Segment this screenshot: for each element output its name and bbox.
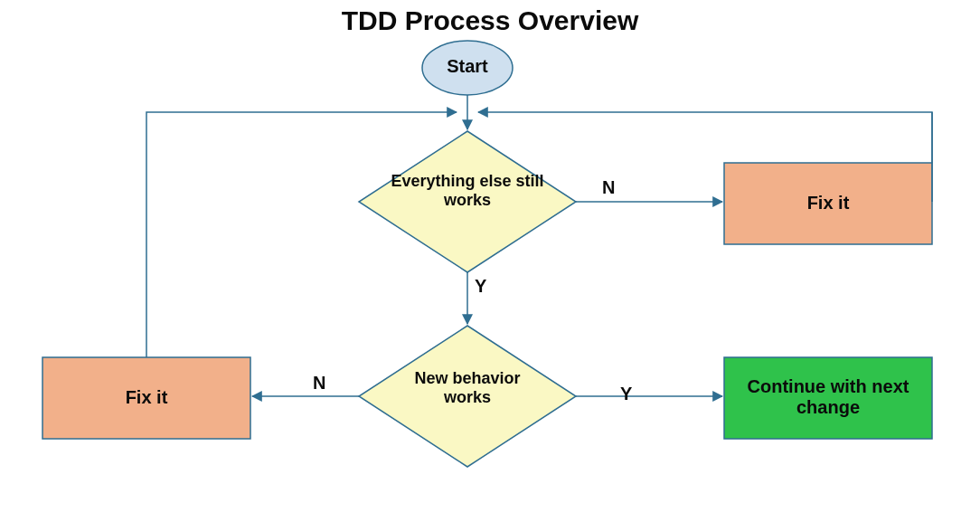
label-decision-new-behavior-works: New behavior works (389, 369, 546, 406)
edge-label-d1-yes: Y (475, 276, 486, 297)
edge-label-d2-yes: Y (620, 384, 632, 404)
flowchart-canvas (0, 0, 980, 522)
label-continue: Continue with next change (724, 376, 932, 418)
label-fix-it-right: Fix it (724, 193, 932, 214)
label-fix-it-left: Fix it (42, 387, 250, 408)
edge-label-d2-no: N (313, 373, 325, 394)
label-start: Start (422, 56, 513, 77)
label-decision-everything-works: Everything else still works (389, 172, 546, 209)
edge-label-d1-no: N (602, 177, 615, 198)
